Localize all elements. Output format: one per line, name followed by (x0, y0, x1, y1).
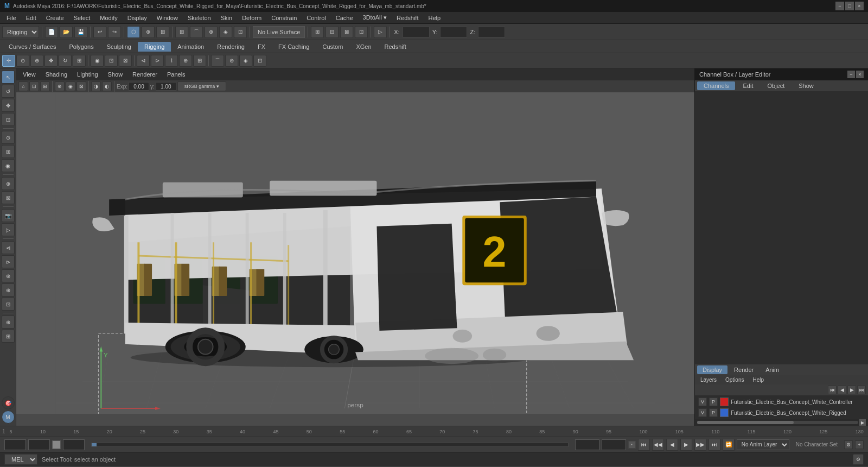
menu-control[interactable]: Control (302, 14, 330, 22)
select-arrow-button[interactable]: ↖ (2, 71, 15, 84)
soft-left-button[interactable]: ◉ (2, 159, 15, 172)
vp-view-menu[interactable]: View (18, 70, 40, 79)
menu-help[interactable]: Help (424, 14, 445, 22)
isolate-button[interactable]: ⊠ (2, 191, 15, 204)
menu-3dtall[interactable]: 3DtoAll ▾ (359, 13, 392, 22)
cb-subtab-anim[interactable]: Anim (760, 365, 784, 374)
menu-deform[interactable]: Deform (238, 14, 266, 22)
view-3-button[interactable]: ⊠ (340, 26, 353, 38)
menu-file[interactable]: File (2, 14, 21, 22)
gamma-input[interactable]: 1.00 (156, 82, 176, 91)
tab-sculpting[interactable]: Sculpting (100, 42, 138, 52)
timeline-slider[interactable] (91, 443, 569, 447)
vp-frame-all-button[interactable]: ⊡ (29, 81, 39, 91)
save-file-button[interactable]: 💾 (74, 26, 87, 38)
layer-scroll-start-button[interactable]: ⏮ (828, 386, 837, 394)
snap-point-button[interactable]: ⊕ (205, 26, 218, 38)
cb-tab-channels[interactable]: Channels (697, 81, 735, 90)
joint-tool-button[interactable]: ⊲ (137, 55, 150, 67)
maya-icon-button[interactable]: M (2, 411, 15, 424)
menu-redshift[interactable]: Redshift (392, 14, 423, 22)
options-menu-item[interactable]: Options (722, 376, 747, 383)
tab-redshift[interactable]: Redshift (378, 42, 413, 52)
manip-1-button[interactable]: ⊲ (2, 241, 15, 254)
tab-curves-surfaces[interactable]: Curves / Surfaces (2, 42, 62, 52)
cb-minimize-button[interactable]: − (847, 71, 855, 78)
menu-select[interactable]: Select (69, 14, 95, 22)
snap-1-button[interactable]: ⊕ (2, 315, 15, 329)
goto-end-button[interactable]: ⏭ (709, 439, 720, 451)
snap-curve-button[interactable]: ⌒ (190, 26, 203, 38)
cb-scrollbar[interactable]: ▶ (695, 419, 868, 426)
help-menu-item[interactable]: Help (749, 376, 767, 383)
close-button[interactable]: × (855, 2, 864, 10)
vp-wireframe-button[interactable]: ⊕ (55, 81, 65, 91)
char-set-add-button[interactable]: + (855, 440, 864, 449)
vp-gamma-menu[interactable]: sRGB gamma ▾ (177, 81, 226, 91)
status-icon-button[interactable]: ⚙ (853, 454, 864, 465)
x-input[interactable] (403, 27, 430, 37)
cb-tab-show[interactable]: Show (792, 81, 820, 90)
cluster-button[interactable]: ⊕ (179, 55, 192, 67)
y-input[interactable] (440, 27, 467, 37)
layer-scroll-end-button[interactable]: ⏭ (857, 386, 866, 394)
tab-fx-caching[interactable]: FX Caching (272, 42, 316, 52)
end-frame-input[interactable]: 120 (575, 439, 599, 450)
anim-layer-select[interactable]: No Anim Layer (737, 439, 789, 450)
tab-rendering[interactable]: Rendering (210, 42, 251, 52)
layer-scroll-next-button[interactable]: ▶ (847, 386, 856, 394)
scale-tool-button[interactable]: ⊞ (73, 55, 86, 67)
ik-spline-button[interactable]: ⌇ (165, 55, 178, 67)
menu-edit[interactable]: Edit (22, 14, 41, 22)
snap-2-button[interactable]: ⊞ (2, 330, 15, 343)
menu-display[interactable]: Display (123, 14, 151, 22)
paint-select-button[interactable]: ⊕ (30, 55, 43, 67)
menu-skeleton[interactable]: Skeleton (183, 14, 215, 22)
ik-handle-button[interactable]: ⊳ (151, 55, 164, 67)
char-set-options-button[interactable]: ⚙ (844, 440, 853, 449)
vp-renderer-menu[interactable]: Renderer (128, 70, 162, 79)
new-file-button[interactable]: 📄 (45, 26, 58, 38)
cb-tab-object[interactable]: Object (761, 81, 791, 90)
vp-frame-sel-button[interactable]: ⊞ (40, 81, 50, 91)
lasso-left-button[interactable]: ⊙ (2, 131, 15, 144)
cb-subtab-render[interactable]: Render (729, 365, 759, 374)
vp-ao-button[interactable]: ◐ (102, 81, 112, 91)
snap-view-button[interactable]: ⊡ (234, 26, 247, 38)
marquee-button[interactable]: ⊞ (2, 145, 15, 158)
show-manipulator-button[interactable]: ⊡ (105, 55, 118, 67)
manip-4-button[interactable]: ⊕ (2, 283, 15, 296)
lasso-select-button[interactable]: ⊙ (16, 55, 29, 67)
mode-select[interactable]: Rigging (2, 26, 39, 38)
viewport[interactable]: View Shading Lighting Show Renderer Pane… (16, 68, 694, 426)
scale-left-button[interactable]: ⊡ (2, 113, 15, 126)
layer-1-visibility-button[interactable]: V (698, 408, 707, 417)
paint-weights-button[interactable]: ⊛ (225, 55, 238, 67)
soft-select-button[interactable]: ◉ (91, 55, 104, 67)
view-2-button[interactable]: ⊟ (326, 26, 339, 38)
redo-button[interactable]: ↪ (108, 26, 121, 38)
show-button[interactable]: ⊕ (2, 177, 15, 190)
start-frame-input[interactable]: 1 (4, 439, 26, 450)
cb-subtab-display[interactable]: Display (697, 365, 727, 374)
vp-shading-menu[interactable]: Shading (41, 70, 72, 79)
tab-animation[interactable]: Animation (171, 42, 210, 52)
select-mode-button[interactable]: ⬡ (127, 26, 140, 38)
cb-scroll-right-button[interactable]: ▶ (859, 419, 866, 426)
manip-2-button[interactable]: ⊳ (2, 255, 15, 268)
play-forward-button[interactable]: ▶ (680, 439, 692, 451)
step-back-button[interactable]: ◀◀ (652, 439, 664, 451)
rotate-tool-button[interactable]: ↻ (59, 55, 72, 67)
vp-texture-button[interactable]: ⊠ (76, 81, 86, 91)
vp-lighting-menu[interactable]: Lighting (73, 70, 103, 79)
view-1-button[interactable]: ⊞ (311, 26, 324, 38)
lattice-button[interactable]: ⊞ (193, 55, 206, 67)
open-file-button[interactable]: 📂 (60, 26, 73, 38)
tab-xgen[interactable]: XGen (349, 42, 378, 52)
manip-5-button[interactable]: ⊡ (2, 298, 15, 311)
graph-button[interactable]: ⊡ (253, 55, 266, 67)
tab-polygons[interactable]: Polygons (62, 42, 100, 52)
render-button[interactable]: ▷ (374, 26, 387, 38)
camera-button[interactable]: 📷 (2, 209, 15, 222)
tab-fx[interactable]: FX (251, 42, 272, 52)
